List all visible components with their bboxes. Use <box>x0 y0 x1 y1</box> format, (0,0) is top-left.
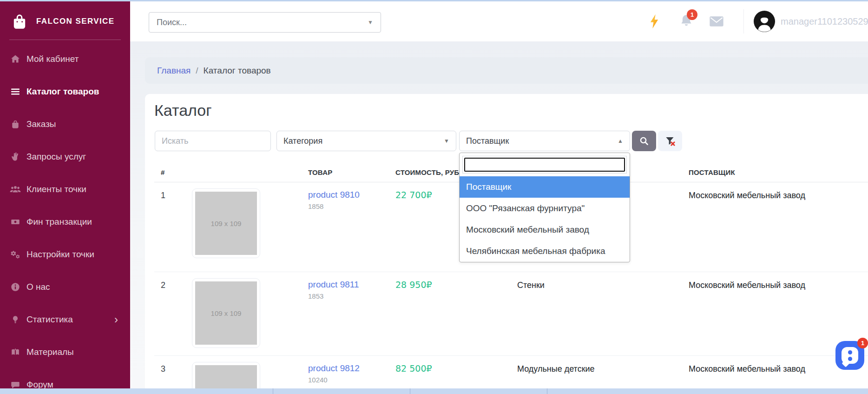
breadcrumb-current: Каталог товаров <box>204 66 271 76</box>
brand[interactable]: FALCON SERVICE <box>0 1 130 34</box>
breadcrumb-separator: / <box>196 66 198 76</box>
sidebar-item-service-requests[interactable]: Запросы услуг <box>0 140 130 173</box>
table-row: 2 109 x 109 product 98111853 28 950₽ Сте… <box>154 272 868 356</box>
bag-icon <box>9 119 22 129</box>
product-price: 28 950₽ <box>395 272 517 355</box>
main-content: Главная / Каталог товаров Каталог Катего… <box>130 41 868 388</box>
banknote-icon <box>9 217 22 227</box>
bottom-scrollbar[interactable] <box>0 388 868 394</box>
dropdown-option[interactable]: Челябинская мебельная фабрика <box>460 240 630 262</box>
mail-icon[interactable] <box>709 16 724 29</box>
col-header-product: ТОВАР <box>308 168 395 176</box>
product-link[interactable]: product 9811 <box>308 280 395 290</box>
sidebar-divider <box>9 40 121 40</box>
sidebar-item-about[interactable]: О нас <box>0 271 130 303</box>
product-id: 1853 <box>308 292 395 300</box>
lightning-icon[interactable] <box>648 13 660 32</box>
dropdown-option[interactable]: Поставщик <box>460 176 630 198</box>
category-select[interactable]: Категория ▼ <box>276 131 456 151</box>
clear-filters-button[interactable] <box>658 131 682 151</box>
product-supplier: Московский мебельный завод <box>689 182 868 272</box>
avatar[interactable] <box>754 11 775 32</box>
sidebar-menu: Мой кабинет Каталог товаров Заказы Запро… <box>0 43 130 388</box>
chevron-up-icon: ▲ <box>618 138 623 144</box>
product-id: 10240 <box>308 376 395 384</box>
sidebar: FALCON SERVICE Мой кабинет Каталог товар… <box>0 1 130 388</box>
notification-badge: 1 <box>687 9 697 20</box>
chat-badge: 1 <box>857 338 868 348</box>
search-button[interactable] <box>632 131 656 151</box>
notifications-bell[interactable]: 1 <box>679 13 693 31</box>
breadcrumb-home-link[interactable]: Главная <box>157 66 191 76</box>
hand-icon <box>9 152 22 162</box>
product-thumbnail[interactable]: 109 x 109 <box>192 188 260 258</box>
global-search-placeholder: Поиск... <box>157 18 187 27</box>
brand-name: FALCON SERVICE <box>36 17 115 26</box>
sidebar-item-transactions[interactable]: Фин транзакции <box>0 206 130 238</box>
window-top-edge <box>0 0 868 1</box>
chevron-right-icon: › <box>114 314 118 325</box>
breadcrumb: Главная / Каталог товаров <box>145 57 868 84</box>
page-title: Каталог <box>154 101 212 120</box>
product-link[interactable]: product 9812 <box>308 363 395 374</box>
dropdown-option[interactable]: ООО "Рязанская фурнитура" <box>460 198 630 219</box>
gears-icon <box>9 249 22 260</box>
users-icon <box>9 184 22 194</box>
book-icon <box>9 347 22 357</box>
product-thumbnail[interactable]: 109 x 109 <box>192 278 260 348</box>
filter-remove-icon <box>664 135 676 147</box>
home-icon <box>9 53 22 65</box>
username[interactable]: manager1101230529 <box>781 1 868 41</box>
topbar-divider <box>743 9 744 33</box>
magnifier-icon <box>638 135 650 147</box>
sidebar-item-statistics[interactable]: Статистика › <box>0 303 130 336</box>
catalog-search-input[interactable] <box>155 131 271 151</box>
supplier-select-value: Поставщик <box>466 136 509 146</box>
sidebar-item-cabinet[interactable]: Мой кабинет <box>0 43 130 75</box>
bulb-icon <box>9 314 22 325</box>
supplier-select[interactable]: Поставщик ▲ <box>459 131 630 151</box>
list-icon <box>9 86 22 97</box>
shopping-bag-logo-icon <box>10 11 29 32</box>
sidebar-item-clients[interactable]: Клиенты точки <box>0 173 130 206</box>
category-select-value: Категория <box>283 136 322 146</box>
sidebar-item-materials[interactable]: Материалы <box>0 336 130 368</box>
supplier-dropdown: Поставщик ООО "Рязанская фурнитура" Моск… <box>459 153 630 262</box>
col-header-num: # <box>154 168 186 176</box>
sidebar-item-forum[interactable]: Форум <box>0 368 130 388</box>
product-link[interactable]: product 9810 <box>308 190 395 200</box>
chat-bubble-icon <box>842 347 858 364</box>
sidebar-item-settings[interactable]: Настройки точки <box>0 238 130 271</box>
sidebar-item-catalog[interactable]: Каталог товаров <box>0 75 130 108</box>
dropdown-option[interactable]: Московский мебельный завод <box>460 219 630 240</box>
col-header-supplier: ПОСТАВЩИК <box>689 168 868 176</box>
sidebar-item-orders[interactable]: Заказы <box>0 108 130 140</box>
product-category: Стенки <box>517 272 689 355</box>
dropdown-search-wrap <box>462 156 627 174</box>
dropdown-search-input[interactable] <box>464 158 625 172</box>
chevron-down-icon: ▼ <box>368 19 373 26</box>
global-search-combobox[interactable]: Поиск... ▼ <box>149 12 381 33</box>
topbar: Поиск... ▼ 1 manager1101230529 <box>130 1 868 41</box>
chevron-down-icon: ▼ <box>444 138 449 144</box>
product-id: 1858 <box>308 202 395 210</box>
chat-widget-button[interactable]: 1 <box>835 341 864 370</box>
info-icon <box>9 282 22 292</box>
chat-icon <box>9 380 22 388</box>
